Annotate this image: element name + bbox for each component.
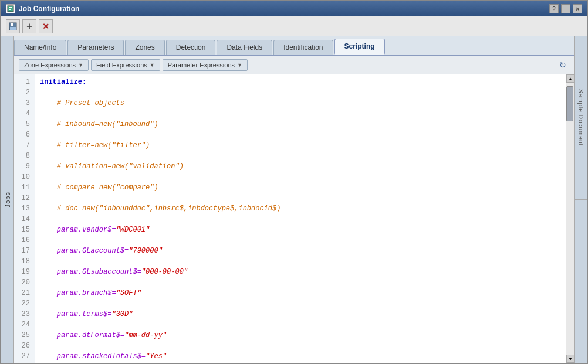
cancel-button[interactable]: ✕ [39, 19, 53, 33]
line-number-1: 1 [19, 77, 30, 87]
scrollbar-up-button[interactable]: ▲ [566, 74, 574, 83]
job-configuration-window: Job Configuration ? _ ✕ + ✕ Jobs [0, 0, 588, 364]
code-area: 1234567891011121314151617181920212223242… [14, 74, 574, 363]
zone-expressions-label: Zone Expressions [24, 62, 76, 69]
line-number-11: 11 [19, 182, 30, 193]
code-line-13: param.dtFormat$="mm-dd-yy" [40, 330, 561, 341]
line-number-12: 12 [19, 193, 30, 203]
add-button[interactable]: + [22, 19, 36, 33]
line-number-24: 24 [19, 319, 30, 330]
line-number-7: 7 [19, 140, 30, 151]
scrollbar-down-button[interactable]: ▼ [566, 355, 574, 363]
sample-document-label: Sample Document [577, 89, 584, 146]
tab-nameinfo[interactable]: Name/Info [14, 40, 66, 55]
code-line-4: # filter=new("filter") [40, 140, 561, 151]
tabs-bar: Name/Info Parameters Zones Detection Dat… [14, 36, 574, 56]
line-number-6: 6 [19, 130, 30, 140]
refresh-button[interactable]: ↻ [556, 59, 569, 72]
code-line-6: # compare=new("compare") [40, 182, 561, 193]
line-number-9: 9 [19, 161, 30, 172]
line-number-5: 5 [19, 119, 30, 130]
help-button[interactable]: ? [549, 4, 559, 13]
line-number-22: 22 [19, 298, 30, 309]
close-button[interactable]: ✕ [573, 4, 582, 13]
svg-rect-1 [9, 7, 12, 8]
line-number-8: 8 [19, 151, 30, 161]
field-expressions-dropdown[interactable]: Field Expressions ▼ [91, 59, 160, 71]
code-line-7: # doc=new("inbounddoc",inbsrc$,inbdoctyp… [40, 203, 561, 214]
minimize-button[interactable]: _ [561, 4, 570, 13]
sub-toolbar-left: Zone Expressions ▼ Field Expressions ▼ P… [19, 59, 248, 71]
code-line-5: # validation=new("validation") [40, 161, 561, 172]
line-number-14: 14 [19, 214, 30, 224]
main-content: Jobs Name/Info Parameters Zones Detectio… [1, 36, 587, 363]
vertical-scrollbar[interactable]: ▲ ▼ [566, 74, 574, 363]
parameter-expressions-dropdown[interactable]: Parameter Expressions ▼ [163, 59, 248, 71]
right-sidebar: Sample Document [574, 36, 587, 363]
code-line-10: param.GLsubaccount$="000-00-00" [40, 267, 561, 277]
center-area: Name/Info Parameters Zones Detection Dat… [14, 36, 574, 363]
line-number-26: 26 [19, 341, 30, 351]
zone-expressions-dropdown[interactable]: Zone Expressions ▼ [19, 59, 89, 71]
save-button[interactable] [6, 19, 20, 33]
line-number-27: 27 [19, 351, 30, 362]
field-expressions-arrow: ▼ [150, 62, 155, 68]
tab-scripting[interactable]: Scripting [334, 39, 385, 55]
scrollbar-thumb[interactable] [566, 86, 573, 121]
title-bar: Job Configuration ? _ ✕ [1, 1, 587, 16]
left-sidebar: Jobs [1, 36, 14, 363]
line-number-17: 17 [19, 246, 30, 256]
sub-toolbar: Zone Expressions ▼ Field Expressions ▼ P… [14, 56, 574, 74]
zone-expressions-arrow: ▼ [78, 62, 83, 68]
title-bar-controls: ? _ ✕ [549, 4, 582, 13]
window-title: Job Configuration [19, 5, 79, 13]
line-number-10: 10 [19, 172, 30, 182]
field-expressions-label: Field Expressions [96, 62, 147, 69]
parameter-expressions-label: Parameter Expressions [168, 62, 235, 69]
line-number-25: 25 [19, 330, 30, 341]
code-line-1: initialize: [40, 77, 561, 87]
svg-rect-4 [11, 23, 13, 26]
line-number-28: 28 [19, 362, 30, 363]
svg-rect-0 [8, 6, 13, 12]
parameter-expressions-arrow: ▼ [237, 62, 242, 68]
line-number-3: 3 [19, 98, 30, 108]
code-line-14: param.stackedTotals$="Yes" [40, 351, 561, 362]
code-line-2: # Preset objects [40, 98, 561, 108]
right-sidebar-top: Sample Document [575, 36, 587, 199]
title-bar-left: Job Configuration [6, 4, 79, 13]
line-number-15: 15 [19, 224, 30, 235]
tab-detection[interactable]: Detection [166, 40, 216, 55]
code-line-9: param.GLaccount$="790000" [40, 246, 561, 256]
tab-datafields[interactable]: Data Fields [217, 40, 272, 55]
line-number-16: 16 [19, 235, 30, 246]
line-number-23: 23 [19, 309, 30, 319]
tab-identification[interactable]: Identification [273, 40, 333, 55]
line-number-4: 4 [19, 108, 30, 119]
line-number-19: 19 [19, 267, 30, 277]
line-number-18: 18 [19, 256, 30, 267]
line-numbers: 1234567891011121314151617181920212223242… [14, 74, 35, 363]
tab-zones[interactable]: Zones [125, 40, 164, 55]
line-number-21: 21 [19, 288, 30, 298]
tab-parameters[interactable]: Parameters [67, 40, 124, 55]
code-line-3: # inbound=new("inbound") [40, 119, 561, 130]
code-editor[interactable]: initialize: # Preset objects # inbound=n… [35, 74, 566, 363]
main-toolbar: + ✕ [1, 16, 587, 36]
line-number-20: 20 [19, 277, 30, 288]
right-sidebar-bottom [575, 199, 587, 363]
line-number-13: 13 [19, 203, 30, 214]
jobs-label: Jobs [4, 192, 11, 207]
code-line-12: param.terms$="30D" [40, 309, 561, 319]
svg-rect-5 [10, 27, 16, 30]
window-icon [6, 4, 15, 13]
code-line-8: param.vendor$="WDC001" [40, 224, 561, 235]
svg-rect-2 [9, 9, 11, 10]
line-number-2: 2 [19, 87, 30, 98]
code-line-11: param.branch$="SOFT" [40, 288, 561, 298]
